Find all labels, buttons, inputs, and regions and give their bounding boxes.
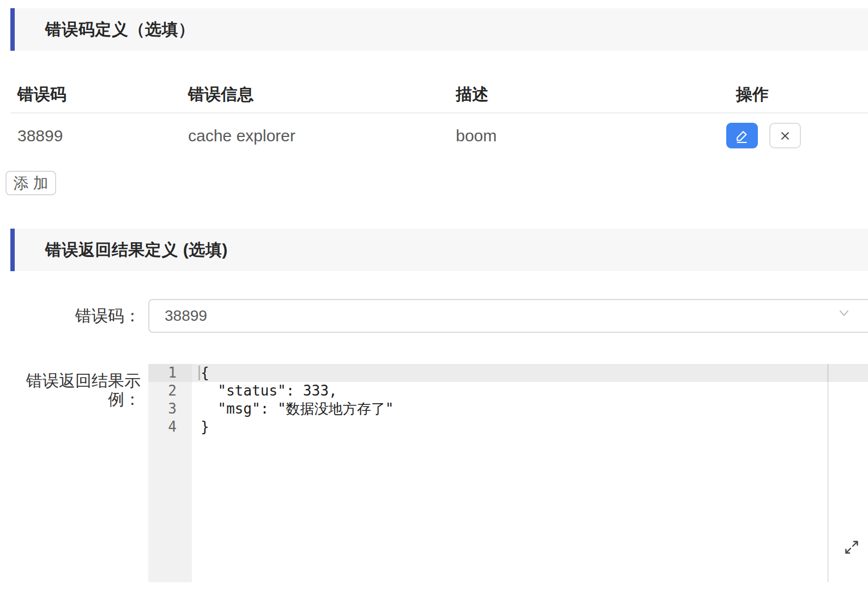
line-number: 3 <box>148 400 192 418</box>
code-text: "msg": "数据没地方存了" <box>192 400 868 418</box>
json-code-editor[interactable]: 1 { 2 "status": 333, 3 "msg": "数据没地方存了" … <box>148 364 868 582</box>
code-line: 2 "status": 333, <box>148 382 868 400</box>
table-header-description: 描述 <box>456 79 489 109</box>
code-line: 4 } <box>148 418 868 436</box>
line-number: 4 <box>148 418 192 436</box>
line-number: 2 <box>148 382 192 400</box>
error-code-field-label: 错误码： <box>0 299 141 333</box>
section-header-error-result: 错误返回结果定义 (选填) <box>10 229 868 271</box>
code-text: "status": 333, <box>192 382 868 400</box>
line-number: 1 <box>148 364 192 382</box>
delete-row-button[interactable] <box>769 123 801 148</box>
table-header-error-code: 错误码 <box>17 79 67 109</box>
code-text: { <box>192 364 868 382</box>
text-cursor <box>198 366 200 380</box>
table-header-divider <box>11 112 868 113</box>
error-code-select-value: 38899 <box>149 307 207 325</box>
code-line: 3 "msg": "数据没地方存了" <box>148 400 868 418</box>
code-line: 1 { <box>148 364 868 382</box>
x-icon <box>777 128 793 143</box>
table-cell-error-code: 38899 <box>17 121 63 151</box>
table-cell-description: boom <box>456 121 497 151</box>
section-title-error-result: 错误返回结果定义 (选填) <box>15 239 228 261</box>
expand-editor-button[interactable] <box>843 539 860 556</box>
table-cell-error-message: cache explorer <box>188 121 296 151</box>
error-result-example-label: 错误返回结果示例： <box>0 372 141 390</box>
editor-scrollbar[interactable] <box>827 364 829 582</box>
expand-arrows-icon <box>843 539 860 555</box>
edit-row-button[interactable] <box>726 123 758 148</box>
error-code-select[interactable]: 38899 <box>148 299 868 333</box>
pencil-icon <box>734 128 750 144</box>
table-header-error-message: 错误信息 <box>188 79 254 109</box>
add-error-code-button[interactable]: 添 加 <box>5 171 56 195</box>
section-title-error-codes: 错误码定义（选填） <box>15 19 195 41</box>
section-header-error-codes: 错误码定义（选填） <box>10 8 868 51</box>
editor-code-rows: 1 { 2 "status": 333, 3 "msg": "数据没地方存了" … <box>148 364 868 436</box>
code-text: } <box>192 418 868 436</box>
table-header-actions: 操作 <box>736 79 769 109</box>
